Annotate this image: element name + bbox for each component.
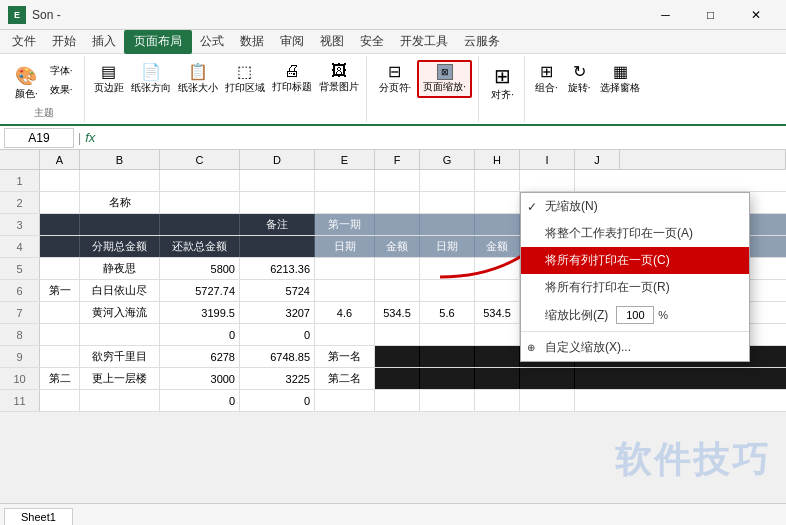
- dropdown-item-all-columns[interactable]: 将所有列打印在一页(C): [521, 247, 749, 274]
- menu-security[interactable]: 安全: [352, 30, 392, 54]
- table-row: 11 0 0: [0, 390, 786, 412]
- page-scale-dropdown: ✓ 无缩放(N) 将整个工作表打印在一页(A) 将所有列打印在一页(C) 将所有…: [520, 192, 750, 362]
- menu-view[interactable]: 视图: [312, 30, 352, 54]
- file-name: Son -: [32, 8, 61, 22]
- ribbon-btn-size[interactable]: 📋纸张大小: [175, 60, 221, 97]
- col-header-i[interactable]: I: [520, 150, 575, 169]
- close-button[interactable]: ✕: [733, 0, 778, 30]
- menu-data[interactable]: 数据: [232, 30, 272, 54]
- ribbon-group-page-setup: ▤页边距 📄纸张方向 📋纸张大小 ⬚打印区域 🖨打印标题 🖼背景图片: [87, 56, 367, 122]
- col-header-k[interactable]: [620, 150, 786, 169]
- menu-review[interactable]: 审阅: [272, 30, 312, 54]
- ribbon-btn-color[interactable]: 🎨 颜色·: [10, 62, 43, 104]
- formula-divider: |: [76, 131, 83, 145]
- menu-page-layout[interactable]: 页面布局: [124, 30, 192, 54]
- ribbon-btn-select-pane[interactable]: ▦选择窗格: [596, 60, 644, 97]
- table-row: 10 第二 更上一层楼 3000 3225 第二名: [0, 368, 786, 390]
- dropdown-item-one-page[interactable]: 将整个工作表打印在一页(A): [521, 220, 749, 247]
- col-header-j[interactable]: J: [575, 150, 620, 169]
- col-header-g[interactable]: G: [420, 150, 475, 169]
- ribbon-group-label-theme: 主题: [34, 106, 54, 120]
- fx-label: fx: [85, 130, 95, 145]
- sheet-tab-sheet1[interactable]: Sheet1: [4, 508, 73, 525]
- dropdown-item-zoom: 缩放比例(Z) %: [521, 301, 749, 329]
- ribbon-btn-effect[interactable]: 效果·: [45, 81, 78, 99]
- ribbon-btn-page-break[interactable]: ⊟分页符·: [375, 60, 416, 97]
- menu-file[interactable]: 文件: [4, 30, 44, 54]
- ribbon-btn-margin[interactable]: ▤页边距: [91, 60, 127, 97]
- table-row: 1: [0, 170, 786, 192]
- dropdown-item-custom-zoom[interactable]: ⊕ 自定义缩放(X)...: [521, 334, 749, 361]
- name-box[interactable]: A19: [4, 128, 74, 148]
- ribbon-btn-print-area[interactable]: ⬚打印区域: [222, 60, 268, 97]
- maximize-button[interactable]: □: [688, 0, 733, 30]
- app-icon: E: [8, 6, 26, 24]
- dropdown-item-all-rows[interactable]: 将所有行打印在一页(R): [521, 274, 749, 301]
- minimize-button[interactable]: ─: [643, 0, 688, 30]
- ribbon-group-scale: ⊟分页符· ⊠ 页面缩放·: [369, 56, 480, 122]
- ribbon-btn-print-title[interactable]: 🖨打印标题: [269, 60, 315, 96]
- col-header-e[interactable]: E: [315, 150, 375, 169]
- col-header-c[interactable]: C: [160, 150, 240, 169]
- menu-developer[interactable]: 开发工具: [392, 30, 456, 54]
- ribbon-group-combine: ⊞组合· ↻旋转· ▦选择窗格: [527, 56, 649, 122]
- ribbon-group-align: ⊞对齐·: [481, 56, 525, 122]
- col-header-d[interactable]: D: [240, 150, 315, 169]
- ribbon-btn-bg-image[interactable]: 🖼背景图片: [316, 60, 362, 96]
- menu-start[interactable]: 开始: [44, 30, 84, 54]
- ribbon-group-theme: 🎨 颜色· 字体· 效果· 主题: [4, 56, 85, 122]
- col-header-f[interactable]: F: [375, 150, 420, 169]
- ribbon-btn-page-scale[interactable]: ⊠ 页面缩放·: [417, 60, 472, 98]
- ribbon-btn-combine[interactable]: ⊞组合·: [531, 60, 562, 97]
- formula-input[interactable]: [97, 131, 782, 145]
- dropdown-divider: [521, 331, 749, 332]
- col-header-a[interactable]: A: [40, 150, 80, 169]
- zoom-input[interactable]: [616, 306, 654, 324]
- ribbon-btn-orientation[interactable]: 📄纸张方向: [128, 60, 174, 97]
- ribbon-btn-align[interactable]: ⊞对齐·: [487, 62, 518, 104]
- row-num-header: [0, 150, 40, 169]
- menu-insert[interactable]: 插入: [84, 30, 124, 54]
- menu-cloud[interactable]: 云服务: [456, 30, 508, 54]
- menu-formula[interactable]: 公式: [192, 30, 232, 54]
- col-header-h[interactable]: H: [475, 150, 520, 169]
- ribbon-btn-font[interactable]: 字体·: [45, 62, 78, 80]
- ribbon-btn-rotate[interactable]: ↻旋转·: [564, 60, 595, 97]
- col-header-b[interactable]: B: [80, 150, 160, 169]
- dropdown-item-no-scale[interactable]: ✓ 无缩放(N): [521, 193, 749, 220]
